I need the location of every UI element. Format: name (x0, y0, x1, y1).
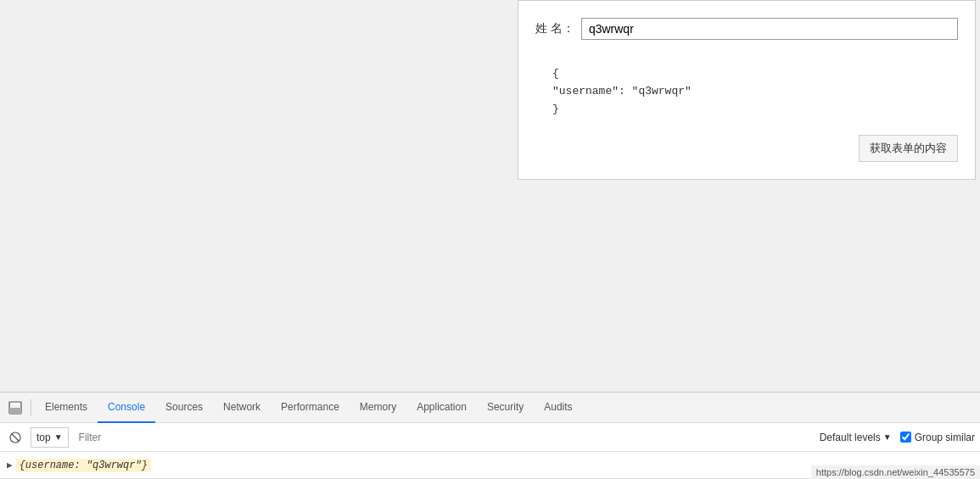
svg-rect-1 (9, 408, 21, 414)
devtools-panel: Elements Console Sources Network Perform… (0, 392, 980, 479)
context-selector[interactable]: top ▼ (31, 427, 69, 448)
json-line2: "username": "q3wrwqr" (552, 83, 941, 101)
get-form-button[interactable]: 获取表单的内容 (859, 135, 958, 162)
group-similar-checkbox[interactable] (900, 432, 911, 443)
tab-application[interactable]: Application (406, 393, 477, 423)
console-arrow-icon: ▶ (7, 460, 13, 471)
default-levels-dropdown[interactable]: Default levels ▼ (815, 430, 897, 445)
context-label: top (36, 432, 51, 443)
tab-separator (31, 399, 31, 416)
devtools-dock-icon[interactable] (3, 396, 27, 420)
tab-elements[interactable]: Elements (35, 393, 98, 423)
form-label: 姓 名： (535, 21, 574, 36)
tab-performance[interactable]: Performance (271, 393, 350, 423)
tab-audits[interactable]: Audits (534, 393, 582, 423)
tab-console[interactable]: Console (98, 393, 155, 423)
context-chevron-icon: ▼ (54, 432, 63, 442)
tab-sources[interactable]: Sources (155, 393, 213, 423)
main-content: 姓 名： { "username": "q3wrwqr" } 获取表单的内容 (0, 0, 980, 365)
form-row: 姓 名： (535, 18, 958, 40)
json-button-row: 获取表单的内容 (535, 135, 958, 162)
group-similar-label[interactable]: Group similar (915, 432, 975, 443)
tab-network[interactable]: Network (213, 393, 271, 423)
form-card: 姓 名： { "username": "q3wrwqr" } 获取表单的内容 (518, 0, 976, 180)
json-display: { "username": "q3wrwqr" } (535, 57, 958, 126)
clear-console-button[interactable] (5, 427, 25, 448)
json-line1: { (552, 65, 941, 83)
username-input[interactable] (581, 18, 958, 40)
json-line3: } (552, 101, 941, 119)
tab-security[interactable]: Security (477, 393, 534, 423)
group-similar-container: Group similar (900, 432, 975, 443)
devtools-tabs-bar: Elements Console Sources Network Perform… (0, 393, 980, 423)
filter-input[interactable] (74, 430, 815, 445)
levels-chevron-icon: ▼ (883, 432, 892, 442)
devtools-toolbar: top ▼ Default levels ▼ Group similar (0, 423, 980, 452)
console-object-value: {username: "q3wrwqr"} (16, 459, 151, 472)
url-bar: https://blog.csdn.net/weixin_44535575 (811, 465, 980, 479)
tab-memory[interactable]: Memory (350, 393, 406, 423)
svg-line-3 (12, 434, 19, 441)
